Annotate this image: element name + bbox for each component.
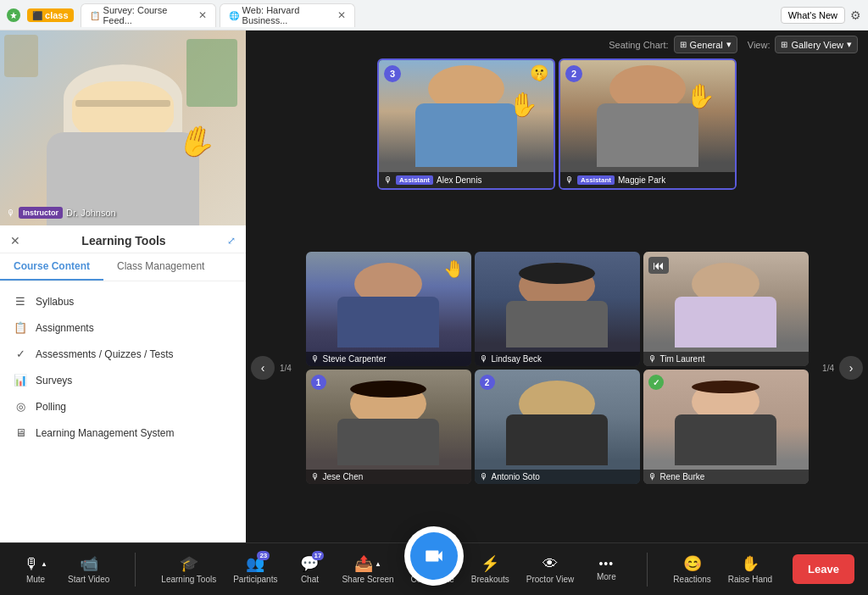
menu-item-syllabus[interactable]: ☰ Syllabus bbox=[0, 288, 246, 314]
instructor-mic-icon: 🎙 bbox=[7, 209, 15, 218]
panel-expand-button[interactable]: ⤢ bbox=[227, 235, 236, 247]
tab-survey-label: Survey: Course Feed... bbox=[103, 5, 195, 25]
menu-item-syllabus-label: Syllabus bbox=[36, 296, 74, 308]
toolbar-participants[interactable]: 👥 23 Participants bbox=[226, 551, 284, 587]
toolbar-divider-2 bbox=[647, 553, 648, 587]
seating-chart-label: Seating Chart: bbox=[609, 40, 668, 50]
mute-icon: 🎙 bbox=[24, 555, 39, 573]
menu-item-assessments[interactable]: ✓ Assessments / Quizzes / Tests bbox=[0, 341, 246, 367]
browser-bar: ⬛ class 📋 Survey: Course Feed... ✕ 🌐 Web… bbox=[0, 0, 868, 31]
video-grid-area: Seating Chart: ⊞ General ▾ View: ⊞ Galle… bbox=[246, 31, 868, 542]
surveys-icon: 📊 bbox=[14, 374, 27, 386]
settings-icon[interactable]: ⚙ bbox=[850, 8, 861, 22]
video-label: Start Video bbox=[68, 575, 109, 584]
learning-tools-icon: 🎓 bbox=[180, 554, 198, 573]
tab-course-content[interactable]: Course Content bbox=[0, 253, 103, 281]
stevie-name-bar: 🎙 Stevie Carpenter bbox=[306, 352, 471, 366]
maggie-mic-icon: 🎙 bbox=[565, 175, 574, 185]
jese-name-bar: 🎙 Jese Chen bbox=[306, 470, 471, 484]
alex-name: Alex Dennis bbox=[437, 175, 481, 185]
grid-card-tim: ⏮ 🎙 Tim Laurent bbox=[643, 252, 809, 366]
alex-role-badge: Assistant bbox=[396, 175, 433, 185]
lindsay-name: Lindsay Beck bbox=[492, 354, 542, 364]
tab-survey-icon: 📋 bbox=[90, 11, 100, 20]
toolbar-left-group: 🎙 ▲ Mute 📹 Start Video bbox=[14, 551, 116, 587]
view-select[interactable]: ⊞ Gallery View ▾ bbox=[775, 36, 858, 53]
grid-nav-left[interactable]: ‹ bbox=[251, 356, 275, 380]
toolbar-more[interactable]: ••• More bbox=[584, 553, 628, 585]
alex-badge-num: 3 bbox=[384, 65, 401, 82]
toolbar-mute[interactable]: 🎙 ▲ Mute bbox=[14, 552, 58, 587]
proctor-view-icon: 👁 bbox=[542, 555, 558, 573]
seating-chart-control: Seating Chart: ⊞ General ▾ bbox=[609, 36, 737, 53]
rene-badge: ✓ bbox=[648, 375, 664, 390]
toolbar-middle-group: 🎓 Learning Tools 👥 23 Participants 💬 17 … bbox=[154, 551, 628, 587]
participant-grid-wrapper: ‹ 1/4 🤚 🎙 Stevie Carpenter bbox=[246, 193, 868, 542]
menu-item-surveys[interactable]: 📊 Surveys bbox=[0, 367, 246, 393]
more-icon: ••• bbox=[598, 557, 614, 570]
seating-chart-value: General bbox=[690, 40, 723, 50]
toolbar-chat[interactable]: 💬 17 Chat bbox=[287, 551, 331, 587]
toolbar-breakouts[interactable]: ⚡ Breakouts bbox=[465, 551, 516, 587]
share-screen-icon: 📤 bbox=[354, 554, 373, 573]
rene-name-bar: 🎙 Rene Burke bbox=[643, 470, 809, 484]
zoom-button[interactable] bbox=[404, 526, 464, 586]
panel-menu: ☰ Syllabus 📋 Assignments ✓ Assessments /… bbox=[0, 281, 246, 453]
participant-grid: 🤚 🎙 Stevie Carpenter 🎙 bbox=[246, 252, 868, 484]
tim-mic-icon: 🎙 bbox=[648, 354, 657, 364]
maggie-role-badge: Assistant bbox=[577, 175, 615, 185]
menu-item-polling[interactable]: ◎ Polling bbox=[0, 393, 246, 420]
grid-controls: Seating Chart: ⊞ General ▾ View: ⊞ Galle… bbox=[246, 31, 868, 58]
toolbar-raise-hand[interactable]: ✋ Raise Hand bbox=[721, 551, 779, 587]
menu-item-lms[interactable]: 🖥 Learning Management System bbox=[0, 420, 246, 446]
assignments-icon: 📋 bbox=[14, 321, 27, 334]
view-label: View: bbox=[748, 40, 771, 50]
tab-survey[interactable]: 📋 Survey: Course Feed... ✕ bbox=[81, 3, 216, 27]
whats-new-button[interactable]: What's New bbox=[781, 7, 845, 24]
instructor-video: ✋ 🎙 Instructor Dr. Johnson bbox=[0, 31, 246, 225]
jese-mic-icon: 🎙 bbox=[311, 472, 320, 481]
view-chevron: ▾ bbox=[847, 39, 852, 50]
antonio-badge: 2 bbox=[480, 375, 495, 390]
lindsay-name-bar: 🎙 Lindsay Beck bbox=[475, 352, 640, 366]
panel-tabs: Course Content Class Management bbox=[0, 253, 246, 281]
tab-web[interactable]: 🌐 Web: Harvard Business... ✕ bbox=[220, 3, 355, 27]
syllabus-icon: ☰ bbox=[14, 295, 27, 308]
menu-item-assignments[interactable]: 📋 Assignments bbox=[0, 314, 246, 341]
view-value: Gallery View bbox=[791, 40, 843, 50]
leave-button[interactable]: Leave bbox=[793, 554, 854, 584]
instructor-role-label: Instructor bbox=[19, 207, 63, 219]
more-label: More bbox=[597, 572, 616, 581]
panel-title: Learning Tools bbox=[81, 234, 165, 247]
menu-item-polling-label: Polling bbox=[36, 401, 66, 413]
tab-class-management[interactable]: Class Management bbox=[103, 253, 218, 281]
tim-name-bar: 🎙 Tim Laurent bbox=[643, 352, 809, 366]
toolbar-proctor-view[interactable]: 👁 Proctor View bbox=[520, 552, 581, 587]
browser-actions: What's New ⚙ bbox=[781, 7, 861, 24]
panel-close-button[interactable]: ✕ bbox=[10, 234, 20, 247]
grid-card-rene: ✓ 🎙 Rene Burke bbox=[643, 370, 809, 484]
maggie-badge-num: 2 bbox=[565, 65, 582, 82]
antonio-name: Antonio Soto bbox=[492, 472, 540, 481]
grid-card-stevie: 🤚 🎙 Stevie Carpenter bbox=[306, 252, 471, 366]
toolbar-learning-tools[interactable]: 🎓 Learning Tools bbox=[154, 551, 223, 587]
raise-hand-label: Raise Hand bbox=[728, 575, 772, 584]
stevie-mic-icon: 🎙 bbox=[311, 354, 320, 364]
breakouts-label: Breakouts bbox=[471, 575, 509, 584]
tim-name: Tim Laurent bbox=[660, 354, 705, 364]
menu-item-surveys-label: Surveys bbox=[36, 375, 72, 386]
alex-video-bg: ✋ bbox=[379, 60, 554, 188]
participants-badge: 23 bbox=[257, 551, 270, 560]
toolbar-share-screen[interactable]: 📤 ▲ Share Screen bbox=[335, 551, 400, 587]
polling-icon: ◎ bbox=[14, 400, 27, 413]
seating-chart-select[interactable]: ⊞ General ▾ bbox=[674, 36, 737, 53]
grid-row-1: 🤚 🎙 Stevie Carpenter 🎙 bbox=[249, 252, 865, 366]
tab-web-close[interactable]: ✕ bbox=[337, 9, 346, 21]
learning-tools-panel: ✕ Learning Tools ⤢ Course Content Class … bbox=[0, 225, 246, 542]
toolbar-start-video[interactable]: 📹 Start Video bbox=[61, 551, 116, 587]
panel-header: ✕ Learning Tools ⤢ bbox=[0, 225, 246, 253]
grid-nav-right[interactable]: › bbox=[839, 356, 863, 380]
toolbar-reactions[interactable]: 😊 Reactions bbox=[666, 551, 717, 587]
tab-survey-close[interactable]: ✕ bbox=[198, 9, 207, 21]
alex-name-bar: 🎙 Assistant Alex Dennis bbox=[379, 172, 554, 188]
